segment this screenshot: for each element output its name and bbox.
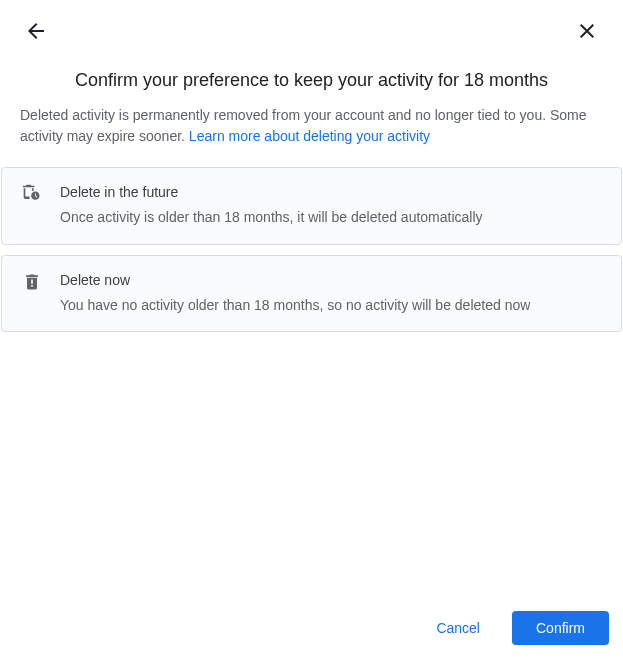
- back-button[interactable]: [16, 12, 56, 52]
- dialog-description: Deleted activity is permanently removed …: [0, 105, 623, 167]
- delete-now-desc: You have no activity older than 18 month…: [60, 296, 601, 316]
- svg-rect-0: [31, 279, 33, 283]
- confirm-button[interactable]: Confirm: [512, 611, 609, 645]
- delete-now-content: Delete now You have no activity older th…: [60, 272, 601, 316]
- arrow-back-icon: [24, 19, 48, 46]
- delete-alert-icon: [22, 272, 42, 292]
- cancel-button[interactable]: Cancel: [412, 611, 504, 645]
- delete-now-title: Delete now: [60, 272, 601, 288]
- delete-future-desc: Once activity is older than 18 months, i…: [60, 208, 601, 228]
- delete-now-card[interactable]: Delete now You have no activity older th…: [1, 255, 622, 333]
- delete-future-title: Delete in the future: [60, 184, 601, 200]
- dialog-footer: Cancel Confirm: [412, 611, 609, 645]
- delete-future-content: Delete in the future Once activity is ol…: [60, 184, 601, 228]
- close-button[interactable]: [567, 12, 607, 52]
- dialog-title: Confirm your preference to keep your act…: [0, 64, 623, 105]
- delete-future-card[interactable]: Delete in the future Once activity is ol…: [1, 167, 622, 245]
- svg-rect-1: [31, 285, 33, 287]
- close-icon: [575, 19, 599, 46]
- auto-delete-icon: [22, 184, 42, 204]
- dialog-header: [0, 0, 623, 64]
- learn-more-link[interactable]: Learn more about deleting your activity: [189, 128, 430, 144]
